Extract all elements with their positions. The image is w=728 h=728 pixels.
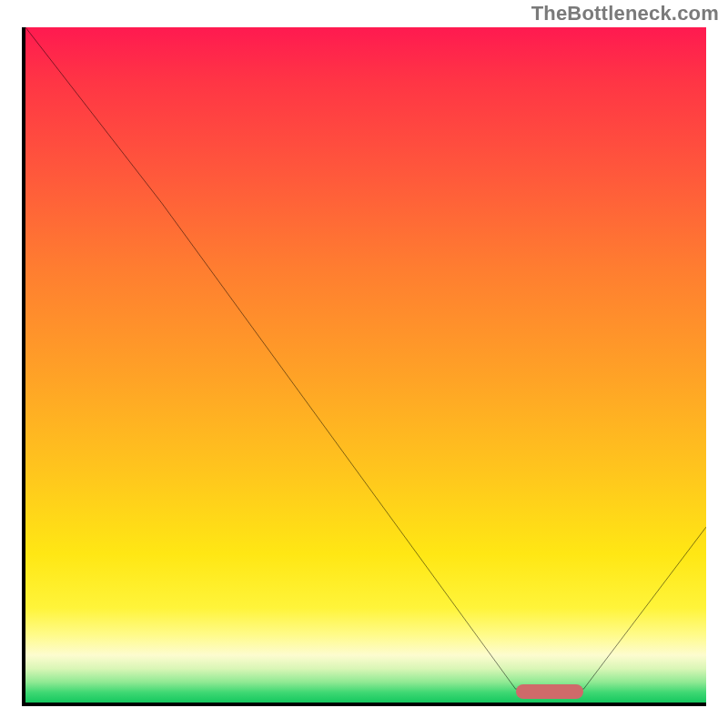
chart-plot-area	[22, 27, 706, 706]
attribution-text: TheBottleneck.com	[531, 2, 719, 25]
optimal-range-marker	[516, 684, 584, 699]
bottleneck-curve	[25, 27, 706, 703]
